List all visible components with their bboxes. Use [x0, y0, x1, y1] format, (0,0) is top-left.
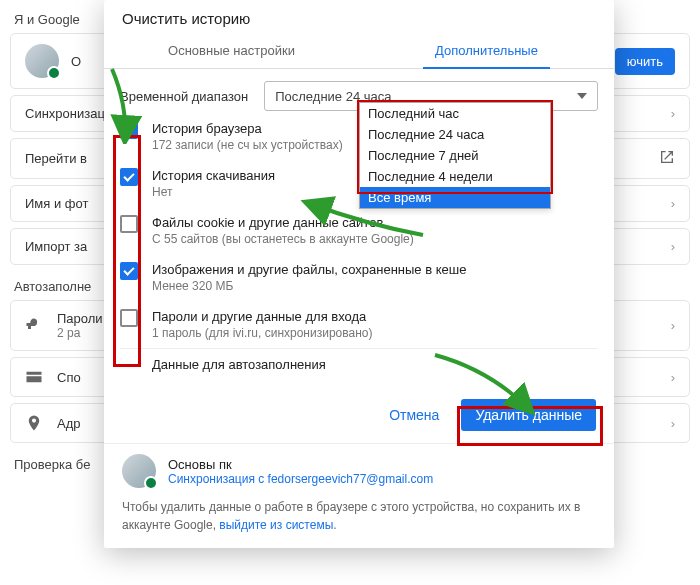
cancel-button[interactable]: Отмена: [375, 399, 453, 431]
dialog-actions: Отмена Удалить данные: [104, 387, 614, 443]
checkbox[interactable]: [120, 168, 138, 186]
key-icon: [25, 317, 43, 335]
dropdown-option[interactable]: Последние 24 часа: [360, 124, 550, 145]
avatar: [25, 44, 59, 78]
turn-on-sync-button[interactable]: ючить: [615, 48, 675, 75]
time-range-label: Временной диапазон: [120, 89, 248, 104]
dropdown-option[interactable]: Последний час: [360, 103, 550, 124]
chevron-right-icon: ›: [671, 239, 675, 254]
dialog-title: Очистить историю: [104, 0, 614, 33]
location-icon: [25, 414, 43, 432]
footer-user: Основы пк Синхронизация с fedorsergeevic…: [104, 443, 614, 494]
footer-name: Основы пк: [168, 457, 433, 472]
dropdown-option[interactable]: Последние 4 недели: [360, 166, 550, 187]
chevron-right-icon: ›: [671, 318, 675, 333]
clear-history-dialog: Очистить историю Основные настройки Допо…: [104, 0, 614, 548]
item-passwords[interactable]: Пароли и другие данные для входа 1 парол…: [120, 301, 598, 348]
card-icon: [25, 368, 43, 386]
dropdown-option-selected[interactable]: Все время: [360, 187, 550, 208]
item-autofill[interactable]: Данные для автозаполнения: [120, 348, 598, 383]
tab-advanced[interactable]: Дополнительные: [359, 33, 614, 68]
time-range-dropdown: Последний час Последние 24 часа Последни…: [359, 102, 551, 209]
footer-sync: Синхронизация с fedorsergeevich77@gmail.…: [168, 472, 433, 486]
checkbox[interactable]: [120, 262, 138, 280]
chevron-right-icon: ›: [671, 370, 675, 385]
dialog-tabs: Основные настройки Дополнительные: [104, 33, 614, 69]
checkbox[interactable]: [120, 309, 138, 327]
external-link-icon: [659, 149, 675, 168]
footer-note: Чтобы удалить данные о работе в браузере…: [104, 494, 614, 548]
item-cookies[interactable]: Файлы cookie и другие данные сайтов С 55…: [120, 207, 598, 254]
sign-out-link[interactable]: выйдите из системы: [219, 518, 333, 532]
avatar: [122, 454, 156, 488]
checkbox[interactable]: [120, 215, 138, 233]
item-cached-files[interactable]: Изображения и другие файлы, сохраненные …: [120, 254, 598, 301]
chevron-down-icon: [577, 93, 587, 99]
checkbox[interactable]: [120, 121, 138, 139]
tab-basic[interactable]: Основные настройки: [104, 33, 359, 68]
dropdown-option[interactable]: Последние 7 дней: [360, 145, 550, 166]
delete-button[interactable]: Удалить данные: [461, 399, 596, 431]
chevron-right-icon: ›: [671, 196, 675, 211]
chevron-right-icon: ›: [671, 416, 675, 431]
chevron-right-icon: ›: [671, 106, 675, 121]
